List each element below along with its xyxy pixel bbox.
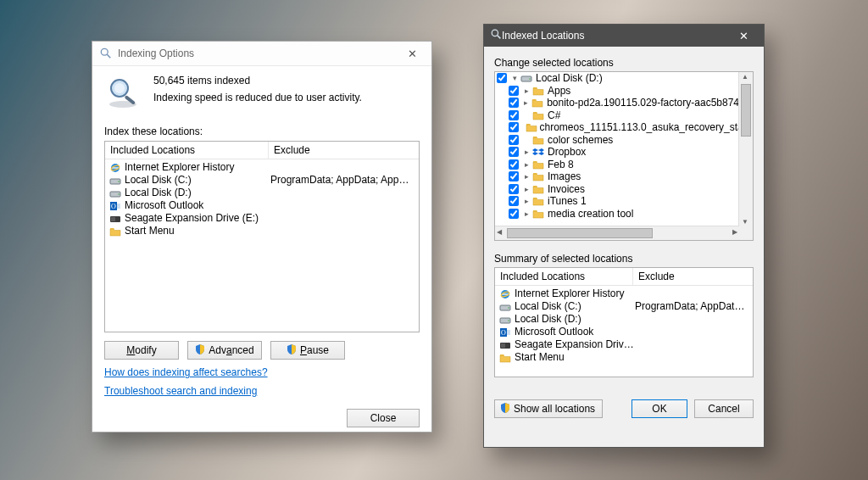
indexed-locations-dialog: Indexed Locations ✕ Change selected loca… (483, 24, 765, 448)
advanced-button[interactable]: Advanced (187, 341, 262, 360)
folder-icon (531, 159, 545, 170)
expand-icon[interactable]: ▸ (522, 170, 531, 182)
drive-icon (498, 314, 512, 326)
titlebar[interactable]: Indexing Options ✕ (92, 42, 431, 66)
close-icon[interactable]: ✕ (726, 25, 760, 47)
horizontal-scrollbar[interactable] (495, 226, 739, 240)
folder-icon (526, 121, 537, 133)
tree-item[interactable]: ·chromeos_11151.113.0_asuka_recovery_sta… (495, 121, 739, 134)
tree-checkbox[interactable] (509, 147, 519, 157)
list-item[interactable]: Internet Explorer History (105, 161, 419, 174)
tree-item[interactable]: ▸iTunes 1 (495, 195, 739, 208)
list-item[interactable]: Seagate Expansion Drive (E:) (495, 338, 753, 351)
tree-item[interactable]: ▸Dropbox (495, 146, 739, 159)
close-icon[interactable]: ✕ (396, 42, 428, 65)
close-button[interactable]: Close (347, 409, 420, 427)
tree-checkbox[interactable] (509, 159, 519, 170)
location-name: Start Menu (515, 351, 635, 364)
expand-icon[interactable]: ▸ (522, 195, 531, 207)
svg-rect-31 (501, 343, 505, 348)
troubleshoot-link[interactable]: Troubleshoot search and indexing (104, 385, 257, 397)
expand-icon[interactable]: ▸ (522, 208, 531, 220)
search-icon (491, 29, 502, 42)
tree-checkbox[interactable] (497, 73, 507, 83)
location-name: Seagate Expansion Drive (E:) (125, 212, 270, 225)
tree-checkbox[interactable] (509, 196, 519, 206)
col-exclude-header[interactable]: Exclude (269, 142, 419, 159)
tree-checkbox[interactable] (509, 184, 519, 194)
tree-item-label: Feb 8 (548, 159, 574, 170)
shield-icon (500, 403, 510, 416)
tree-item[interactable]: ▸Invoices (495, 183, 739, 196)
tree-item[interactable]: ▸Feb 8 (495, 159, 739, 171)
tree-item[interactable]: ▸bonito-pd2a.190115.029-factory-aac5b874 (495, 97, 739, 109)
expand-icon[interactable]: ▸ (522, 146, 531, 158)
list-item[interactable]: OMicrosoft Outlook (105, 199, 419, 212)
titlebar[interactable]: Indexed Locations ✕ (484, 25, 764, 47)
location-name: Internet Explorer History (515, 287, 635, 300)
col-included-header[interactable]: Included Locations (105, 142, 269, 159)
svg-point-17 (492, 30, 498, 36)
svg-point-24 (508, 307, 509, 309)
tree-item-label: Apps (548, 85, 570, 97)
svg-rect-14 (117, 204, 120, 209)
index-locations-label: Index these locations: (104, 126, 420, 137)
tree-item[interactable]: ▾Local Disk (D:) (495, 72, 739, 85)
svg-point-4 (114, 83, 125, 93)
summary-listbox[interactable]: Included Locations Exclude Internet Expl… (494, 267, 754, 377)
list-item[interactable]: Seagate Expansion Drive (E:) (105, 212, 419, 225)
tree-checkbox[interactable] (509, 122, 519, 132)
tree-checkbox[interactable] (509, 110, 519, 120)
folder-icon (531, 208, 545, 220)
tree-checkbox[interactable] (509, 209, 519, 219)
tree-checkbox[interactable] (509, 171, 519, 181)
expand-icon[interactable]: ▸ (522, 85, 531, 97)
tree-item-label: chromeos_11151.113.0_asuka_recovery_stab… (540, 121, 739, 133)
pause-button[interactable]: Pause (270, 341, 345, 360)
show-all-locations-button[interactable]: Show all locations (494, 399, 603, 418)
exclude-value: ProgramData; AppData; AppD... (635, 300, 749, 313)
tree-checkbox[interactable] (509, 135, 519, 145)
how-indexing-link[interactable]: How does indexing affect searches? (104, 366, 268, 378)
col-exclude-header[interactable]: Exclude (633, 268, 753, 285)
tree-item[interactable]: ▸Images (495, 170, 739, 183)
tree-checkbox[interactable] (509, 98, 519, 108)
folder-icon (531, 134, 545, 146)
tree-item[interactable]: ·C# (495, 109, 739, 122)
expand-icon[interactable]: ▸ (522, 159, 531, 170)
ok-button[interactable]: OK (632, 399, 687, 418)
expand-icon[interactable]: ▸ (522, 183, 531, 195)
expand-icon[interactable]: ▸ (522, 97, 531, 109)
list-item[interactable]: Internet Explorer History (495, 287, 753, 300)
tree-item-label: Local Disk (D:) (536, 72, 603, 84)
svg-point-11 (118, 193, 120, 195)
list-item[interactable]: Local Disk (C:)ProgramData; AppData; App… (495, 300, 753, 313)
tree-item-label: iTunes 1 (548, 195, 587, 207)
list-item[interactable]: OMicrosoft Outlook (495, 326, 753, 338)
tree-item-label: Dropbox (548, 146, 586, 158)
folder-icon (531, 97, 544, 109)
ie-icon (108, 162, 122, 174)
vertical-scrollbar[interactable] (738, 72, 753, 226)
tree-item[interactable]: ▸Apps (495, 85, 739, 98)
modify-button[interactable]: Modify (104, 341, 179, 360)
locations-listbox[interactable]: Included Locations Exclude Internet Expl… (104, 141, 420, 332)
drive-icon (520, 72, 533, 84)
col-included-header[interactable]: Included Locations (495, 268, 633, 285)
list-item[interactable]: Start Menu (105, 225, 419, 237)
expand-icon[interactable]: ▾ (510, 72, 519, 84)
change-locations-label: Change selected locations (494, 57, 754, 69)
list-item[interactable]: Local Disk (D:) (105, 187, 419, 199)
svg-rect-29 (507, 330, 510, 335)
list-item[interactable]: Start Menu (495, 351, 753, 364)
location-name: Internet Explorer History (125, 161, 270, 174)
tree-checkbox[interactable] (509, 86, 519, 96)
cancel-button[interactable]: Cancel (694, 399, 754, 418)
list-item[interactable]: Local Disk (C:)ProgramData; AppData; App… (105, 174, 419, 187)
items-indexed-label: 50,645 items indexed (153, 75, 362, 87)
tree-item[interactable]: ▸media creation tool (495, 208, 739, 220)
list-item[interactable]: Local Disk (D:) (495, 313, 753, 326)
shield-icon (195, 344, 205, 357)
locations-tree[interactable]: ▾Local Disk (D:)▸Apps▸bonito-pd2a.190115… (494, 71, 754, 241)
tree-item[interactable]: ·color schemes (495, 134, 739, 147)
